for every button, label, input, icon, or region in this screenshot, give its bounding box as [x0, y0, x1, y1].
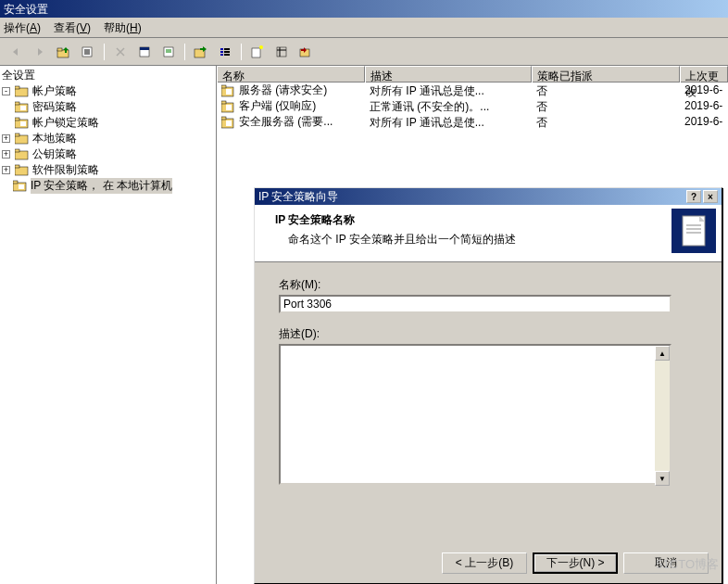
menu-bar: 操作(A) 查看(V) 帮助(H)	[0, 18, 728, 38]
dialog-header-subtitle: 命名这个 IP 安全策略并且给出一个简短的描述	[275, 232, 672, 248]
name-label: 名称(M):	[279, 277, 697, 293]
svg-rect-35	[15, 149, 19, 152]
svg-rect-16	[220, 54, 223, 56]
list-row[interactable]: 安全服务器 (需要... 对所有 IP 通讯总是使... 否 2019-6-	[217, 114, 728, 130]
toolbar-separator	[184, 44, 185, 60]
svg-rect-27	[15, 102, 19, 105]
svg-rect-34	[15, 151, 28, 159]
export-button[interactable]	[191, 42, 211, 62]
desc-textarea[interactable]	[279, 344, 672, 485]
svg-rect-36	[15, 167, 28, 175]
col-desc[interactable]: 描述	[365, 66, 532, 83]
dialog-header-icon	[672, 209, 716, 253]
svg-rect-46	[226, 105, 232, 110]
toolbar-separator	[104, 44, 105, 60]
svg-rect-28	[20, 106, 26, 110]
folder-icon	[15, 148, 30, 160]
svg-rect-40	[19, 184, 24, 189]
svg-rect-18	[252, 48, 260, 57]
svg-rect-13	[224, 48, 230, 50]
svg-rect-15	[224, 51, 230, 53]
dialog-close-button[interactable]: ×	[703, 190, 718, 203]
tree-pubkey[interactable]: +公钥策略	[0, 146, 216, 162]
filter-button[interactable]	[271, 42, 292, 62]
dialog-help-button[interactable]: ?	[686, 190, 701, 203]
toolbar	[0, 38, 728, 66]
menu-view[interactable]: 查看(V)	[54, 20, 91, 34]
menu-action[interactable]: 操作(A)	[4, 20, 41, 34]
svg-rect-20	[277, 47, 286, 57]
svg-rect-14	[220, 51, 223, 53]
policy-icon	[221, 84, 236, 97]
svg-rect-37	[15, 165, 19, 168]
cancel-button[interactable]: 取消	[623, 552, 709, 574]
tree-panel: 全设置 -帐户策略 密码策略 帐户锁定策略 +本地策略 +公钥策略 +软件限制策…	[0, 66, 217, 584]
back-button[interactable]	[6, 42, 26, 62]
svg-rect-17	[224, 54, 230, 56]
cut-button[interactable]	[110, 42, 131, 62]
back-button[interactable]: < 上一步(B)	[442, 552, 527, 574]
refresh-button[interactable]	[158, 42, 179, 62]
scroll-up-button[interactable]: ▲	[655, 346, 670, 361]
tree-root[interactable]: 全设置	[0, 68, 216, 83]
forward-button[interactable]	[30, 42, 50, 62]
col-name[interactable]: 名称	[217, 66, 365, 83]
tree-ipsec[interactable]: IP 安全策略， 在 本地计算机	[0, 178, 216, 194]
up-button[interactable]	[54, 42, 74, 62]
policy-icon	[13, 180, 28, 192]
folder-icon	[15, 164, 30, 176]
desc-label: 描述(D):	[279, 326, 697, 342]
list-row[interactable]: 客户端 (仅响应) 正常通讯 (不安全的)。... 否 2019-6-	[217, 98, 728, 114]
scroll-down-button[interactable]: ▼	[655, 471, 670, 486]
name-input[interactable]	[279, 295, 672, 313]
svg-rect-45	[221, 101, 226, 104]
svg-point-19	[259, 45, 263, 49]
svg-rect-30	[15, 118, 19, 121]
expand-icon[interactable]: +	[2, 166, 10, 174]
new-policy-button[interactable]	[247, 42, 268, 62]
policy-icon	[15, 117, 30, 129]
svg-rect-43	[226, 89, 232, 95]
collapse-icon[interactable]: -	[2, 87, 10, 95]
policy-icon	[221, 116, 236, 129]
folder-icon	[15, 85, 30, 97]
folder-icon	[15, 133, 30, 145]
list-header: 名称 描述 策略已指派 上次更改	[217, 66, 728, 83]
svg-rect-48	[221, 117, 226, 120]
dialog-header: IP 安全策略名称 命名这个 IP 安全策略并且给出一个简短的描述	[255, 205, 722, 262]
policy-icon	[221, 100, 236, 113]
col-assigned[interactable]: 策略已指派	[532, 66, 680, 83]
next-button[interactable]: 下一步(N) >	[533, 552, 618, 574]
col-date[interactable]: 上次更改	[680, 66, 728, 83]
properties-button[interactable]	[134, 42, 155, 62]
svg-rect-39	[13, 181, 18, 184]
tree-password[interactable]: 密码策略	[0, 99, 216, 115]
dialog-footer: < 上一步(B) 下一步(N) > 取消	[442, 552, 709, 574]
window-title: 安全设置	[4, 3, 48, 16]
scroll-track[interactable]	[655, 361, 670, 471]
expand-icon[interactable]: +	[2, 134, 10, 143]
menu-help[interactable]: 帮助(H)	[104, 20, 142, 34]
list-row[interactable]: 服务器 (请求安全) 对所有 IP 通讯总是使... 否 2019-6-	[217, 83, 728, 98]
tree-local[interactable]: +本地策略	[0, 131, 216, 146]
dialog-titlebar: IP 安全策略向导 ? ×	[255, 188, 722, 205]
toolbar-separator	[241, 44, 242, 60]
svg-rect-7	[140, 47, 149, 50]
svg-rect-42	[221, 85, 226, 88]
svg-rect-31	[20, 121, 26, 126]
tree-account[interactable]: -帐户策略	[0, 83, 216, 99]
window-titlebar: 安全设置	[0, 0, 728, 18]
svg-rect-24	[15, 88, 28, 96]
svg-rect-12	[220, 48, 223, 50]
tree-lockout[interactable]: 帐户锁定策略	[0, 115, 216, 131]
policy-icon	[15, 101, 30, 113]
svg-rect-33	[15, 133, 19, 136]
svg-rect-25	[15, 86, 19, 89]
show-button[interactable]	[78, 42, 98, 62]
assign-button[interactable]	[295, 42, 316, 62]
expand-icon[interactable]: +	[2, 150, 10, 159]
wizard-dialog: IP 安全策略向导 ? × IP 安全策略名称 命名这个 IP 安全策略并且给出…	[254, 187, 722, 584]
tree-software[interactable]: +软件限制策略	[0, 162, 216, 178]
list-button[interactable]	[215, 42, 235, 62]
dialog-title: IP 安全策略向导	[258, 189, 338, 205]
